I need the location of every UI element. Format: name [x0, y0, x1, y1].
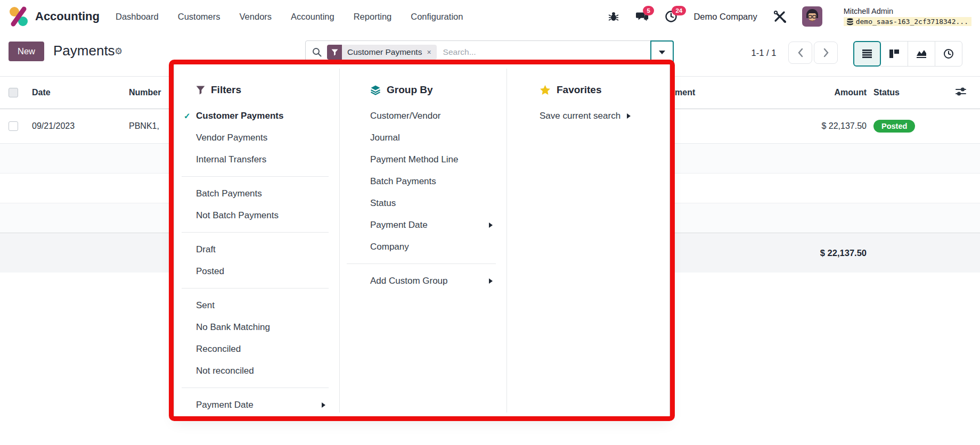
row-amount: $ 22,137.50	[735, 121, 867, 131]
messages-icon[interactable]: 5	[636, 10, 649, 23]
favorites-header: Favorites	[540, 80, 671, 100]
select-all-checkbox[interactable]	[9, 88, 18, 97]
filter-item-customer-payments[interactable]: ✓Customer Payments	[174, 105, 339, 127]
menu-item-label: Payment Date	[196, 400, 254, 410]
filter-item-posted[interactable]: Posted	[174, 260, 339, 282]
filter-item-draft[interactable]: Draft	[174, 238, 339, 260]
odoo-accounting-app: Accounting Dashboard Customers Vendors A…	[0, 0, 980, 445]
groupby-item-customer-vendor[interactable]: Customer/Vendor	[339, 105, 507, 127]
main-menu: Dashboard Customers Vendors Accounting R…	[116, 12, 463, 22]
facet-remove-icon[interactable]: ×	[427, 48, 431, 56]
user-avatar[interactable]	[802, 6, 822, 27]
column-header-amount[interactable]: Amount	[735, 88, 867, 97]
groupby-title: Group By	[387, 84, 433, 96]
search-options-dropdown: Filters ✓Customer PaymentsVendor Payment…	[174, 64, 670, 417]
star-icon	[540, 85, 551, 95]
filter-funnel-icon	[196, 86, 205, 95]
view-kanban-button[interactable]	[880, 41, 908, 67]
graph-view-icon	[916, 49, 927, 59]
company-switcher[interactable]: Demo Company	[693, 12, 757, 22]
column-header-number[interactable]: Number	[129, 88, 161, 97]
menu-item-label: Posted	[196, 266, 224, 277]
messages-badge: 5	[643, 6, 654, 15]
filter-item-payment-date[interactable]: Payment Date	[174, 394, 339, 416]
filter-item-vendor-payments[interactable]: Vendor Payments	[174, 127, 339, 149]
menu-item-label: Vendor Payments	[196, 133, 267, 143]
pager-value: 1-1 / 1	[745, 48, 783, 58]
row-checkbox[interactable]	[9, 121, 18, 131]
view-activity-button[interactable]	[935, 41, 962, 67]
menu-item-label: No Bank Matching	[196, 322, 270, 333]
groupby-item-journal[interactable]: Journal	[339, 127, 507, 149]
menu-divider	[182, 288, 329, 289]
filter-item-sent[interactable]: Sent	[174, 294, 339, 316]
column-header-clipped[interactable]: ment	[675, 88, 695, 97]
activities-clock-icon[interactable]: 24	[665, 10, 677, 23]
menu-item-label: Payment Date	[370, 220, 428, 230]
user-menu[interactable]: Mitchell Admin demo_saas-163_2cf3718342.…	[844, 7, 971, 26]
search-facet[interactable]: Customer Payments ×	[327, 45, 437, 60]
menu-dashboard[interactable]: Dashboard	[116, 12, 159, 22]
search-bar[interactable]: Customer Payments × Search...	[305, 40, 674, 64]
chevron-right-icon	[322, 402, 325, 408]
gear-icon[interactable]: ⚙	[115, 46, 123, 57]
groupby-header: Group By	[370, 80, 507, 100]
column-header-status[interactable]: Status	[873, 88, 900, 97]
menu-item-label: Batch Payments	[370, 176, 436, 187]
menu-item-label: Draft	[196, 244, 216, 255]
groupby-item-payment-method-line[interactable]: Payment Method Line	[339, 149, 507, 170]
optional-columns-icon[interactable]	[955, 86, 967, 99]
app-name[interactable]: Accounting	[35, 10, 100, 23]
new-button[interactable]: New	[9, 42, 44, 61]
kanban-view-icon	[889, 49, 900, 59]
menu-vendors[interactable]: Vendors	[240, 12, 272, 22]
filter-item-no-bank-matching[interactable]: No Bank Matching	[174, 316, 339, 338]
activities-badge: 24	[672, 6, 686, 15]
filter-item-internal-transfers[interactable]: Internal Transfers	[174, 149, 339, 170]
tools-icon[interactable]	[773, 10, 786, 23]
menu-item-label: Add Custom Group	[370, 276, 448, 286]
menu-reporting[interactable]: Reporting	[354, 12, 392, 22]
pager-next-button[interactable]	[814, 42, 838, 64]
database-name: demo_saas-163_2cf3718342...	[856, 18, 968, 26]
menu-configuration[interactable]: Configuration	[411, 12, 463, 22]
filter-item-not-reconciled[interactable]: Not reconciled	[174, 360, 339, 382]
filter-funnel-icon	[327, 45, 342, 60]
footer-total-amount: $ 22,137.50	[735, 248, 867, 258]
menu-accounting[interactable]: Accounting	[291, 12, 334, 22]
view-graph-button[interactable]	[908, 41, 935, 67]
menu-item-label: Reconciled	[196, 344, 241, 355]
chevron-left-icon	[797, 48, 804, 57]
chevron-right-icon	[489, 222, 493, 228]
search-placeholder[interactable]: Search...	[443, 47, 476, 57]
menu-item-label: Internal Transfers	[196, 154, 266, 165]
view-list-button[interactable]	[853, 41, 881, 67]
layers-icon	[370, 85, 381, 95]
odoo-logo-icon[interactable]	[9, 6, 29, 27]
debug-bug-icon[interactable]	[607, 10, 620, 23]
groupby-item-payment-date[interactable]: Payment Date	[339, 214, 507, 236]
groupby-item-add-custom-group[interactable]: Add Custom Group	[339, 270, 507, 292]
search-options-toggle[interactable]	[650, 40, 674, 64]
filter-item-reconciled[interactable]: Reconciled	[174, 338, 339, 360]
filter-item-not-batch-payments[interactable]: Not Batch Payments	[174, 204, 339, 226]
chevron-right-icon	[489, 278, 493, 284]
row-number: PBNK1,	[129, 121, 159, 131]
menu-item-label: Status	[370, 198, 396, 209]
menu-customers[interactable]: Customers	[178, 12, 220, 22]
pager-previous-button[interactable]	[788, 42, 812, 64]
menu-item-label: Batch Payments	[196, 188, 262, 199]
favorite-item-save-current-search[interactable]: Save current search	[507, 105, 671, 127]
menu-item-label: Sent	[196, 300, 215, 311]
chevron-right-icon	[823, 48, 829, 57]
groupby-item-company[interactable]: Company	[339, 236, 507, 258]
favorites-column: Favorites Save current search	[507, 64, 671, 417]
groupby-item-batch-payments[interactable]: Batch Payments	[339, 170, 507, 192]
user-name: Mitchell Admin	[844, 7, 971, 16]
groupby-item-status[interactable]: Status	[339, 192, 507, 214]
filters-column: Filters ✓Customer PaymentsVendor Payment…	[174, 64, 339, 417]
column-header-date[interactable]: Date	[32, 88, 51, 97]
menu-item-label: Not Batch Payments	[196, 210, 279, 221]
chevron-right-icon	[627, 113, 631, 119]
filter-item-batch-payments[interactable]: Batch Payments	[174, 183, 339, 204]
